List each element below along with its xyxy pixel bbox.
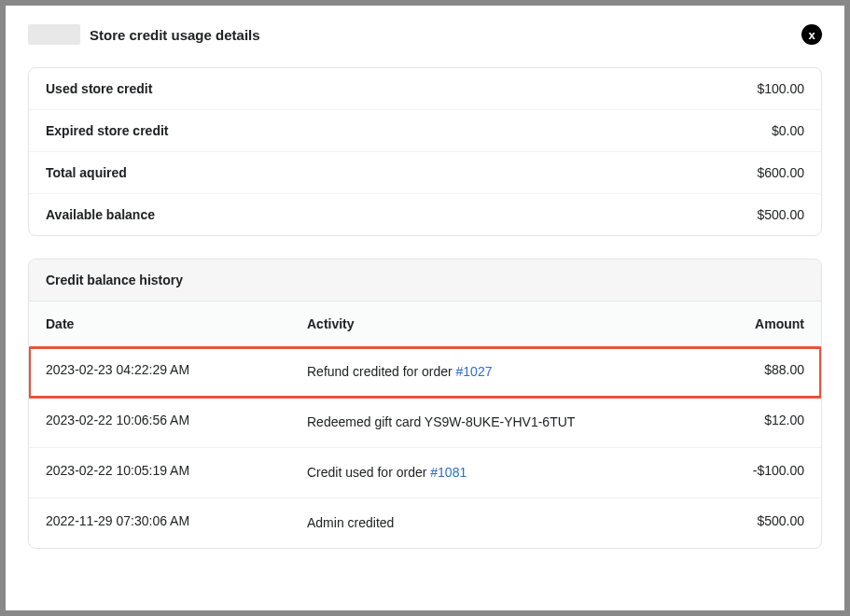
- summary-row-expired: Expired store credit $0.00: [29, 109, 821, 151]
- summary-value: $600.00: [757, 165, 804, 180]
- summary-label: Expired store credit: [46, 123, 169, 138]
- history-body: 2023-02-23 04:22:29 AMRefund credited fo…: [29, 347, 821, 548]
- history-date: 2023-02-22 10:05:19 AM: [46, 463, 307, 478]
- history-amount: $12.00: [692, 413, 804, 427]
- history-amount: -$100.00: [692, 463, 804, 478]
- column-date: Date: [46, 316, 307, 331]
- activity-prefix: Redeemed gift card YS9W-8UKE-YHV1-6TUT: [307, 414, 575, 429]
- history-card: Credit balance history Date Activity Amo…: [28, 259, 822, 549]
- close-icon[interactable]: x: [801, 24, 822, 45]
- history-row: 2023-02-22 10:06:56 AMRedeemed gift card…: [29, 398, 821, 448]
- summary-value: $500.00: [757, 207, 804, 222]
- history-title: Credit balance history: [29, 259, 821, 301]
- history-row: 2023-02-22 10:05:19 AMCredit used for or…: [29, 448, 821, 498]
- history-activity: Credit used for order #1081: [307, 463, 692, 483]
- activity-prefix: Admin credited: [307, 515, 394, 530]
- history-row: 2023-02-23 04:22:29 AMRefund credited fo…: [29, 347, 821, 398]
- summary-label: Available balance: [46, 207, 155, 222]
- history-date: 2022-11-29 07:30:06 AM: [46, 513, 307, 528]
- store-credit-modal: Store credit usage details x Used store …: [6, 6, 844, 610]
- summary-value: $100.00: [757, 81, 804, 96]
- summary-label: Used store credit: [46, 81, 152, 96]
- history-amount: $88.00: [692, 362, 804, 377]
- customer-avatar-placeholder: [28, 24, 80, 45]
- summary-value: $0.00: [772, 123, 804, 138]
- summary-row-balance: Available balance $500.00: [29, 193, 821, 235]
- activity-text: Redeemed gift card YS9W-8UKE-YHV1-6TUT: [307, 413, 578, 432]
- activity-prefix: Refund credited for order: [307, 364, 456, 379]
- history-activity: Admin credited: [307, 513, 692, 533]
- activity-text: Refund credited for order #1027: [307, 362, 578, 382]
- activity-text: Admin credited: [307, 513, 578, 533]
- history-date: 2023-02-23 04:22:29 AM: [46, 362, 307, 377]
- modal-title: Store credit usage details: [90, 27, 260, 43]
- column-amount: Amount: [692, 316, 804, 331]
- history-activity: Refund credited for order #1027: [307, 362, 692, 382]
- history-column-header: Date Activity Amount: [29, 301, 821, 347]
- summary-row-used: Used store credit $100.00: [29, 68, 821, 109]
- column-activity: Activity: [307, 316, 692, 331]
- history-activity: Redeemed gift card YS9W-8UKE-YHV1-6TUT: [307, 413, 692, 432]
- summary-card: Used store credit $100.00 Expired store …: [28, 67, 822, 236]
- history-amount: $500.00: [692, 513, 804, 528]
- summary-label: Total aquired: [46, 165, 127, 180]
- order-link[interactable]: #1027: [456, 364, 493, 379]
- modal-title-wrap: Store credit usage details: [28, 24, 260, 45]
- activity-text: Credit used for order #1081: [307, 463, 578, 483]
- history-date: 2023-02-22 10:06:56 AM: [46, 413, 307, 427]
- modal-header: Store credit usage details x: [28, 24, 822, 45]
- order-link[interactable]: #1081: [430, 465, 467, 480]
- activity-prefix: Credit used for order: [307, 465, 430, 480]
- history-row: 2022-11-29 07:30:06 AMAdmin credited$500…: [29, 498, 821, 548]
- summary-row-acquired: Total aquired $600.00: [29, 151, 821, 193]
